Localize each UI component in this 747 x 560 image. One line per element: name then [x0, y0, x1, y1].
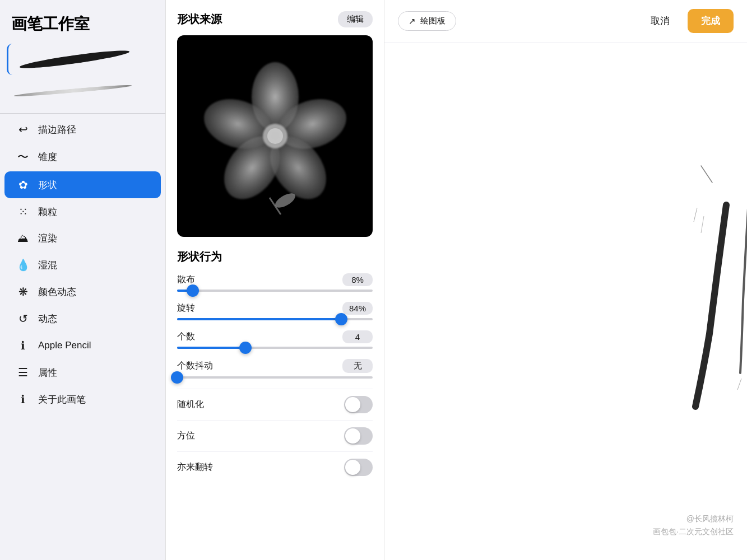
svg-line-11 [701, 216, 704, 233]
sidebar-item-apple-pencil[interactable]: ℹApple Pencil [4, 332, 161, 359]
count-track[interactable] [177, 347, 373, 349]
drawing-area[interactable]: @长风揽林柯 画包包·二次元文创社区 [384, 43, 747, 560]
sidebar-item-color-dynamics[interactable]: ❋颜色动态 [4, 278, 161, 305]
slider-row-rotation: 旋转84% [177, 302, 373, 320]
about-label: 关于此画笔 [38, 393, 86, 406]
slider-row-count-jitter: 个数抖动无 [177, 359, 373, 379]
randomize-toggle[interactable] [344, 396, 373, 413]
drawing-board-button[interactable]: ↗ 绘图板 [398, 11, 456, 31]
right-toolbar: ↗ 绘图板 取消 完成 [384, 0, 747, 43]
color-dynamics-icon: ❋ [16, 285, 30, 298]
stroke-path-icon: ↩ [16, 123, 30, 136]
svg-line-12 [737, 379, 741, 390]
apple-pencil-icon: ℹ [16, 339, 30, 352]
sidebar-item-wet-mix[interactable]: 💧湿混 [4, 251, 161, 278]
flip-rotate-toggle[interactable] [344, 459, 373, 476]
app-title: 画笔工作室 [0, 0, 165, 44]
color-dynamics-label: 颜色动态 [38, 286, 76, 298]
brush-preview-area [0, 44, 165, 106]
rotation-label: 旋转 [177, 302, 195, 314]
right-panel: ↗ 绘图板 取消 完成 @长风揽林柯 画包包·二次元文创社区 [384, 0, 747, 560]
properties-icon: ☰ [16, 366, 30, 379]
slider-row-scatter: 散布8% [177, 273, 373, 292]
shape-preview-image[interactable] [177, 35, 373, 237]
wet-mix-icon: 💧 [16, 258, 30, 272]
count-jitter-thumb[interactable] [171, 371, 183, 384]
shape-icon: ✿ [16, 178, 30, 192]
azimuth-toggle[interactable] [344, 427, 373, 445]
dynamics-label: 动态 [38, 312, 57, 325]
count-jitter-label: 个数抖动 [177, 360, 213, 372]
azimuth-toggle-label: 方位 [177, 430, 195, 442]
grain-label: 颗粒 [38, 206, 57, 218]
toggle-row-azimuth: 方位 [177, 420, 373, 451]
taper-label: 锥度 [38, 151, 57, 164]
rotation-fill [177, 318, 341, 320]
watermark-line1: @长风揽林柯 [653, 512, 734, 525]
render-icon: ⛰ [16, 232, 30, 245]
count-thumb[interactable] [239, 342, 252, 354]
svg-point-6 [267, 128, 283, 144]
brush-preview-1[interactable] [7, 44, 159, 75]
svg-line-10 [694, 208, 697, 222]
randomize-toggle-knob [345, 397, 360, 412]
wet-mix-label: 湿混 [38, 259, 57, 272]
sidebar-item-dynamics[interactable]: ↺动态 [4, 305, 161, 332]
rotation-thumb[interactable] [335, 313, 347, 325]
shape-source-header: 形状来源 编辑 [177, 11, 373, 27]
edit-shape-button[interactable]: 编辑 [338, 11, 373, 27]
toggle-row-flip-rotate: 亦来翻转 [177, 451, 373, 483]
sidebar-item-about[interactable]: ℹ关于此画笔 [4, 386, 161, 413]
rotation-value: 84% [342, 302, 373, 315]
toggles-container: 随机化方位亦来翻转 [177, 389, 373, 483]
sidebar-item-shape[interactable]: ✿形状 [4, 171, 161, 198]
sliders-container: 散布8%旋转84%个数4个数抖动无 [177, 273, 373, 389]
render-label: 渲染 [38, 232, 57, 245]
drawing-board-icon: ↗ [409, 16, 416, 26]
toggle-row-randomize: 随机化 [177, 389, 373, 420]
grain-icon: ⁙ [16, 205, 30, 218]
shape-behavior-title: 形状行为 [177, 249, 373, 264]
randomize-toggle-label: 随机化 [177, 399, 204, 410]
brush-stroke-shape-1 [13, 45, 137, 73]
shape-label: 形状 [38, 179, 57, 192]
azimuth-toggle-knob [345, 428, 360, 444]
svg-line-9 [701, 166, 712, 183]
scatter-label: 散布 [177, 274, 195, 286]
count-fill [177, 347, 245, 349]
middle-panel: 形状来源 编辑 [166, 0, 384, 560]
watermark-line2: 画包包·二次元文创社区 [653, 525, 734, 538]
sidebar-item-properties[interactable]: ☰属性 [4, 359, 161, 386]
shape-source-title: 形状来源 [177, 12, 222, 27]
sidebar-item-render[interactable]: ⛰渲染 [4, 225, 161, 251]
flip-rotate-toggle-knob [345, 460, 360, 475]
taper-icon: 〜 [16, 150, 30, 165]
cancel-button[interactable]: 取消 [642, 10, 679, 32]
count-jitter-value: 无 [342, 359, 373, 373]
sidebar-divider [0, 113, 165, 114]
properties-label: 属性 [38, 366, 57, 379]
sidebar-item-stroke-path[interactable]: ↩描边路径 [4, 116, 161, 143]
scatter-thumb[interactable] [187, 284, 199, 297]
about-icon: ℹ [16, 393, 30, 406]
count-value: 4 [342, 330, 373, 343]
done-button[interactable]: 完成 [688, 9, 734, 33]
brush-stroke-shape-2 [11, 82, 134, 99]
count-jitter-track[interactable] [177, 376, 373, 379]
flip-rotate-toggle-label: 亦来翻转 [177, 461, 213, 473]
nav-items-container: ↩描边路径〜锥度✿形状⁙颗粒⛰渲染💧湿混❋颜色动态↺动态ℹApple Penci… [0, 116, 165, 413]
brush-stroke-preview [384, 43, 747, 560]
apple-pencil-label: Apple Pencil [38, 340, 91, 351]
slider-row-count: 个数4 [177, 330, 373, 349]
brush-preview-2[interactable] [7, 75, 159, 106]
drawing-board-label: 绘图板 [420, 16, 446, 26]
stroke-path-label: 描边路径 [38, 123, 76, 136]
sidebar-item-taper[interactable]: 〜锥度 [4, 143, 161, 171]
sidebar-item-grain[interactable]: ⁙颗粒 [4, 198, 161, 225]
scatter-track[interactable] [177, 290, 373, 292]
dynamics-icon: ↺ [16, 312, 30, 325]
rotation-track[interactable] [177, 318, 373, 320]
scatter-value: 8% [342, 273, 373, 286]
watermark: @长风揽林柯 画包包·二次元文创社区 [653, 512, 734, 538]
sidebar: 画笔工作室 ↩描边路径〜锥度✿形状⁙颗粒⛰渲染💧湿混❋颜色动态↺动态ℹApple… [0, 0, 166, 560]
